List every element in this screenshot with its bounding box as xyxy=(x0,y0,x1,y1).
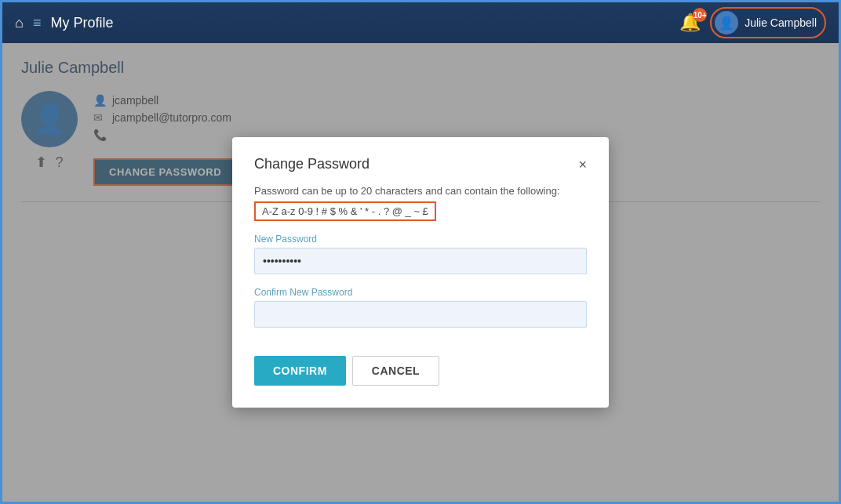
modal-footer: CONFIRM CANCEL xyxy=(254,356,587,386)
header: ⌂ ≡ My Profile 🔔 10+ 👤 Julie Campbell xyxy=(2,2,839,43)
notification-badge: 10+ xyxy=(693,8,707,22)
header-left: ⌂ ≡ My Profile xyxy=(15,15,113,31)
header-right: 🔔 10+ 👤 Julie Campbell xyxy=(679,7,826,38)
app-window: ⌂ ≡ My Profile 🔔 10+ 👤 Julie Campbell Ju… xyxy=(0,0,841,504)
new-password-label: New Password xyxy=(254,234,587,245)
modal-header: Change Password × xyxy=(254,156,587,172)
user-menu-pill[interactable]: 👤 Julie Campbell xyxy=(710,7,826,38)
confirm-password-input[interactable] xyxy=(254,301,587,328)
header-user-name: Julie Campbell xyxy=(745,16,817,29)
confirm-button[interactable]: CONFIRM xyxy=(254,356,346,386)
home-icon[interactable]: ⌂ xyxy=(15,15,24,31)
allowed-chars-box: A-Z a-z 0-9 ! # $ % & ' * - . ? @ _ ~ £ xyxy=(254,201,436,221)
new-password-input[interactable] xyxy=(254,248,587,274)
confirm-password-label: Confirm New Password xyxy=(254,287,587,298)
modal-overlay: Change Password × Password can be up to … xyxy=(2,43,839,502)
modal-title: Change Password xyxy=(254,156,370,172)
header-title: My Profile xyxy=(50,15,113,31)
hamburger-icon[interactable]: ≡ xyxy=(33,15,42,31)
cancel-button[interactable]: CANCEL xyxy=(352,356,439,386)
modal-close-button[interactable]: × xyxy=(578,158,587,172)
modal-description: Password can be up to 20 characters and … xyxy=(254,185,587,197)
main-content: Julie Campbell 👤 ⬆ ? 👤 jcampbell ✉ jc xyxy=(2,43,839,502)
bell-container[interactable]: 🔔 10+ xyxy=(679,13,701,33)
header-avatar: 👤 xyxy=(715,11,738,34)
header-avatar-icon: 👤 xyxy=(719,16,734,31)
change-password-modal: Change Password × Password can be up to … xyxy=(232,137,609,408)
